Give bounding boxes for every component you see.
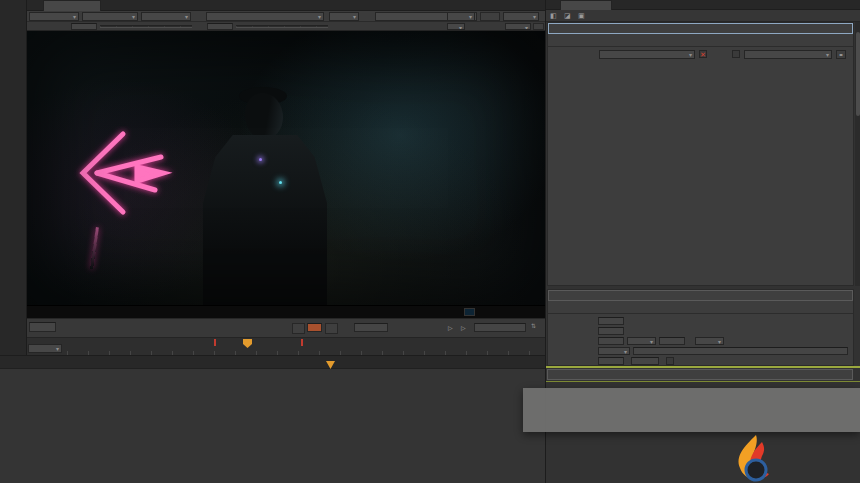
range-spinner-icon[interactable]: ⇅ xyxy=(531,322,536,329)
frame-mode-select[interactable] xyxy=(598,347,630,355)
layer-select[interactable] xyxy=(29,12,79,21)
mask-select[interactable] xyxy=(744,50,832,59)
view-mode-select[interactable] xyxy=(447,12,475,21)
viewer-toolbar-row1 xyxy=(27,11,545,22)
range-out-marker[interactable] xyxy=(301,339,303,346)
rahim-softwares-logo xyxy=(722,434,860,483)
scrollbar-up-icon[interactable] xyxy=(855,22,860,30)
properties-toolbar: ◧ ◪ ▣ xyxy=(546,10,860,22)
display-channels-select[interactable] xyxy=(141,12,191,21)
colorcorrect-panel-header[interactable] xyxy=(548,23,853,34)
layout-select[interactable] xyxy=(503,12,539,21)
dock-highlight-line2 xyxy=(546,381,860,382)
scene-vignette xyxy=(27,31,545,305)
input-process-toggle[interactable] xyxy=(533,23,544,30)
step-forward-button[interactable] xyxy=(325,323,338,334)
properties-tab[interactable] xyxy=(560,0,612,10)
play-range2-icon[interactable]: ▷ xyxy=(461,324,466,331)
pin-panels-icon[interactable]: ◧ xyxy=(550,12,557,20)
original-range-start-field[interactable] xyxy=(598,357,624,365)
viewer-process-select[interactable] xyxy=(505,23,531,30)
timeline-ruler[interactable] xyxy=(27,337,545,355)
pixel-color-swatch xyxy=(464,308,475,316)
lock-panels-icon[interactable]: ◪ xyxy=(564,12,571,20)
pixel-info-bar xyxy=(27,305,545,318)
channel-checkbox[interactable]: ✕ xyxy=(699,50,707,58)
viewer-tabstrip xyxy=(27,0,545,11)
properties-scrollbar[interactable] xyxy=(855,22,860,286)
frame-increment-field[interactable] xyxy=(307,323,322,332)
frame-value-field[interactable] xyxy=(633,347,848,355)
transport-row: ▷ ▷ ⇅ xyxy=(27,318,545,337)
frame-range-start-field[interactable] xyxy=(598,337,624,345)
properties-tabstrip xyxy=(546,0,860,10)
play-range-icon[interactable]: ▷ xyxy=(448,324,453,331)
workspace-tabstrip xyxy=(0,356,545,369)
timeclip-panel-header[interactable] xyxy=(548,290,853,301)
clear-panels-icon[interactable]: ▣ xyxy=(578,12,585,20)
range-in-marker[interactable] xyxy=(214,339,216,346)
current-frame-field[interactable] xyxy=(29,322,56,332)
stereo-view-select[interactable] xyxy=(447,23,465,30)
range-mode-select[interactable] xyxy=(28,344,62,353)
zoom-level[interactable] xyxy=(480,12,500,21)
gamma-slider[interactable] xyxy=(236,25,328,28)
dopesheet-pane xyxy=(0,355,545,483)
channels-select[interactable] xyxy=(599,50,695,59)
viewer-toolbar-row2 xyxy=(27,22,545,31)
caption-banner xyxy=(523,388,860,432)
ruler-ticks xyxy=(67,338,545,356)
alpha-layer-select[interactable] xyxy=(82,12,138,21)
frame-range-end-field[interactable] xyxy=(659,337,685,345)
timeclip-panel xyxy=(547,289,854,366)
mograph-panel-header[interactable] xyxy=(547,369,853,380)
step-back-button[interactable] xyxy=(292,323,305,334)
dopesheet-content[interactable] xyxy=(0,369,545,483)
fade-out-field[interactable] xyxy=(598,327,624,335)
dock-highlight-line xyxy=(546,366,860,368)
mask-inject-button[interactable]: = xyxy=(836,50,846,59)
original-range-end-field[interactable] xyxy=(631,357,659,365)
logo-monogram-ring xyxy=(746,460,766,480)
gain-slider[interactable] xyxy=(100,25,192,28)
reverse-checkbox[interactable] xyxy=(666,357,674,365)
viewer-image[interactable] xyxy=(27,31,545,305)
frame-range-field[interactable] xyxy=(474,323,526,332)
gamma-field[interactable] xyxy=(207,23,233,30)
mask-checkbox[interactable] xyxy=(732,50,740,58)
colorcorrect-tabs xyxy=(548,35,853,47)
scrollbar-thumb[interactable] xyxy=(856,32,860,116)
colorcorrect-panel: ✕ = xyxy=(547,22,854,286)
fps-field[interactable] xyxy=(354,323,388,332)
viewer-pane: ▷ ▷ ⇅ xyxy=(27,0,545,355)
frame-range-end-mode[interactable] xyxy=(695,337,724,345)
application-window: ▷ ▷ ⇅ ◧ xyxy=(0,0,860,483)
a-input-select[interactable] xyxy=(206,12,324,21)
timeclip-tabs xyxy=(548,302,853,314)
blend-mode-select[interactable] xyxy=(329,12,359,21)
nodes-toolbar xyxy=(0,0,27,355)
fade-in-field[interactable] xyxy=(598,317,624,325)
viewer-tab[interactable] xyxy=(43,0,101,11)
frame-range-start-mode[interactable] xyxy=(627,337,656,345)
gain-field[interactable] xyxy=(71,23,97,30)
